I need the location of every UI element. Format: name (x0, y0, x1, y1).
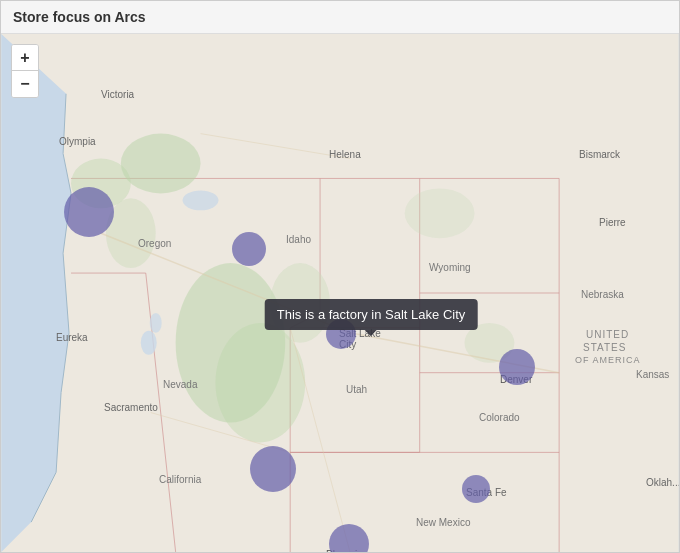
zoom-in-button[interactable]: + (12, 45, 38, 71)
svg-point-23 (121, 134, 201, 194)
marker-salt-lake[interactable] (326, 319, 356, 349)
svg-point-29 (150, 313, 162, 333)
app: Store focus on Arcs (0, 0, 680, 553)
page-title: Store focus on Arcs (13, 9, 146, 25)
map-container[interactable]: Victoria Olympia Helena Bismarck Pierre … (1, 34, 679, 552)
marker-salem[interactable] (64, 187, 114, 237)
marker-las-vegas[interactable] (250, 446, 296, 492)
title-bar: Store focus on Arcs (1, 1, 679, 34)
marker-santa-fe[interactable] (462, 475, 490, 503)
svg-marker-1 (1, 34, 678, 552)
svg-point-28 (141, 331, 157, 355)
svg-point-30 (183, 190, 219, 210)
svg-point-22 (270, 263, 330, 343)
map-background (1, 34, 679, 552)
marker-denver[interactable] (499, 349, 535, 385)
svg-point-26 (405, 188, 475, 238)
zoom-controls: + − (11, 44, 39, 98)
marker-boise[interactable] (232, 232, 266, 266)
zoom-out-button[interactable]: − (12, 71, 38, 97)
